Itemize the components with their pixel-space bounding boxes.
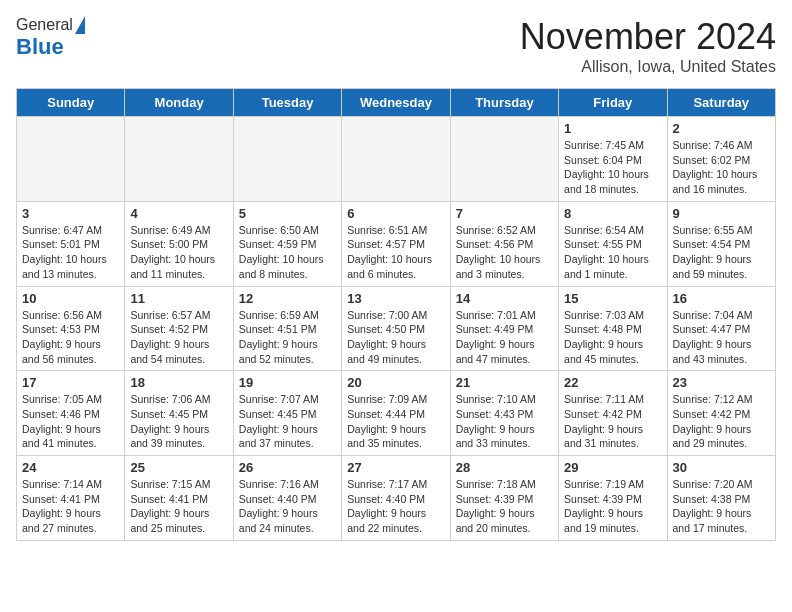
day-info: Sunrise: 6:57 AMSunset: 4:52 PMDaylight:… xyxy=(130,308,227,367)
column-header-wednesday: Wednesday xyxy=(342,89,450,117)
calendar-cell: 16Sunrise: 7:04 AMSunset: 4:47 PMDayligh… xyxy=(667,286,775,371)
calendar-cell: 28Sunrise: 7:18 AMSunset: 4:39 PMDayligh… xyxy=(450,456,558,541)
column-header-thursday: Thursday xyxy=(450,89,558,117)
day-number: 16 xyxy=(673,291,770,306)
calendar-cell: 23Sunrise: 7:12 AMSunset: 4:42 PMDayligh… xyxy=(667,371,775,456)
day-info: Sunrise: 7:09 AMSunset: 4:44 PMDaylight:… xyxy=(347,392,444,451)
day-number: 2 xyxy=(673,121,770,136)
day-number: 17 xyxy=(22,375,119,390)
calendar-cell xyxy=(342,117,450,202)
day-info: Sunrise: 6:52 AMSunset: 4:56 PMDaylight:… xyxy=(456,223,553,282)
logo-triangle-icon xyxy=(75,16,85,34)
day-number: 25 xyxy=(130,460,227,475)
calendar-cell: 15Sunrise: 7:03 AMSunset: 4:48 PMDayligh… xyxy=(559,286,667,371)
day-info: Sunrise: 7:11 AMSunset: 4:42 PMDaylight:… xyxy=(564,392,661,451)
calendar-week-row: 24Sunrise: 7:14 AMSunset: 4:41 PMDayligh… xyxy=(17,456,776,541)
calendar-header-row: SundayMondayTuesdayWednesdayThursdayFrid… xyxy=(17,89,776,117)
calendar-cell: 3Sunrise: 6:47 AMSunset: 5:01 PMDaylight… xyxy=(17,201,125,286)
day-info: Sunrise: 7:15 AMSunset: 4:41 PMDaylight:… xyxy=(130,477,227,536)
day-info: Sunrise: 6:49 AMSunset: 5:00 PMDaylight:… xyxy=(130,223,227,282)
day-info: Sunrise: 7:03 AMSunset: 4:48 PMDaylight:… xyxy=(564,308,661,367)
calendar-week-row: 1Sunrise: 7:45 AMSunset: 6:04 PMDaylight… xyxy=(17,117,776,202)
logo-blue-text: Blue xyxy=(16,34,64,60)
day-number: 18 xyxy=(130,375,227,390)
day-number: 9 xyxy=(673,206,770,221)
calendar-cell: 22Sunrise: 7:11 AMSunset: 4:42 PMDayligh… xyxy=(559,371,667,456)
day-number: 4 xyxy=(130,206,227,221)
calendar-cell: 14Sunrise: 7:01 AMSunset: 4:49 PMDayligh… xyxy=(450,286,558,371)
calendar-cell: 9Sunrise: 6:55 AMSunset: 4:54 PMDaylight… xyxy=(667,201,775,286)
calendar-cell xyxy=(233,117,341,202)
calendar-cell: 8Sunrise: 6:54 AMSunset: 4:55 PMDaylight… xyxy=(559,201,667,286)
day-info: Sunrise: 6:55 AMSunset: 4:54 PMDaylight:… xyxy=(673,223,770,282)
day-number: 23 xyxy=(673,375,770,390)
day-info: Sunrise: 7:14 AMSunset: 4:41 PMDaylight:… xyxy=(22,477,119,536)
calendar-cell: 10Sunrise: 6:56 AMSunset: 4:53 PMDayligh… xyxy=(17,286,125,371)
calendar-cell: 12Sunrise: 6:59 AMSunset: 4:51 PMDayligh… xyxy=(233,286,341,371)
day-info: Sunrise: 6:50 AMSunset: 4:59 PMDaylight:… xyxy=(239,223,336,282)
day-number: 11 xyxy=(130,291,227,306)
day-number: 12 xyxy=(239,291,336,306)
day-number: 22 xyxy=(564,375,661,390)
day-info: Sunrise: 6:54 AMSunset: 4:55 PMDaylight:… xyxy=(564,223,661,282)
column-header-friday: Friday xyxy=(559,89,667,117)
day-number: 24 xyxy=(22,460,119,475)
day-info: Sunrise: 7:00 AMSunset: 4:50 PMDaylight:… xyxy=(347,308,444,367)
column-header-sunday: Sunday xyxy=(17,89,125,117)
calendar-cell: 27Sunrise: 7:17 AMSunset: 4:40 PMDayligh… xyxy=(342,456,450,541)
day-number: 1 xyxy=(564,121,661,136)
column-header-monday: Monday xyxy=(125,89,233,117)
day-info: Sunrise: 7:45 AMSunset: 6:04 PMDaylight:… xyxy=(564,138,661,197)
day-info: Sunrise: 7:12 AMSunset: 4:42 PMDaylight:… xyxy=(673,392,770,451)
day-info: Sunrise: 6:47 AMSunset: 5:01 PMDaylight:… xyxy=(22,223,119,282)
calendar-cell: 30Sunrise: 7:20 AMSunset: 4:38 PMDayligh… xyxy=(667,456,775,541)
day-info: Sunrise: 7:17 AMSunset: 4:40 PMDaylight:… xyxy=(347,477,444,536)
day-number: 30 xyxy=(673,460,770,475)
title-area: November 2024 Allison, Iowa, United Stat… xyxy=(520,16,776,76)
calendar-cell: 25Sunrise: 7:15 AMSunset: 4:41 PMDayligh… xyxy=(125,456,233,541)
calendar-cell xyxy=(450,117,558,202)
day-info: Sunrise: 6:59 AMSunset: 4:51 PMDaylight:… xyxy=(239,308,336,367)
calendar-cell: 1Sunrise: 7:45 AMSunset: 6:04 PMDaylight… xyxy=(559,117,667,202)
day-info: Sunrise: 7:46 AMSunset: 6:02 PMDaylight:… xyxy=(673,138,770,197)
day-number: 14 xyxy=(456,291,553,306)
calendar-cell: 21Sunrise: 7:10 AMSunset: 4:43 PMDayligh… xyxy=(450,371,558,456)
day-number: 19 xyxy=(239,375,336,390)
calendar-week-row: 3Sunrise: 6:47 AMSunset: 5:01 PMDaylight… xyxy=(17,201,776,286)
calendar-cell: 26Sunrise: 7:16 AMSunset: 4:40 PMDayligh… xyxy=(233,456,341,541)
day-number: 7 xyxy=(456,206,553,221)
calendar-cell: 13Sunrise: 7:00 AMSunset: 4:50 PMDayligh… xyxy=(342,286,450,371)
column-header-saturday: Saturday xyxy=(667,89,775,117)
calendar-cell: 17Sunrise: 7:05 AMSunset: 4:46 PMDayligh… xyxy=(17,371,125,456)
day-info: Sunrise: 6:51 AMSunset: 4:57 PMDaylight:… xyxy=(347,223,444,282)
day-number: 10 xyxy=(22,291,119,306)
day-number: 20 xyxy=(347,375,444,390)
day-info: Sunrise: 7:05 AMSunset: 4:46 PMDaylight:… xyxy=(22,392,119,451)
day-info: Sunrise: 7:10 AMSunset: 4:43 PMDaylight:… xyxy=(456,392,553,451)
page-header: General Blue November 2024 Allison, Iowa… xyxy=(16,16,776,76)
day-number: 27 xyxy=(347,460,444,475)
calendar-cell xyxy=(17,117,125,202)
day-number: 5 xyxy=(239,206,336,221)
day-info: Sunrise: 7:06 AMSunset: 4:45 PMDaylight:… xyxy=(130,392,227,451)
calendar-cell: 24Sunrise: 7:14 AMSunset: 4:41 PMDayligh… xyxy=(17,456,125,541)
calendar-cell: 6Sunrise: 6:51 AMSunset: 4:57 PMDaylight… xyxy=(342,201,450,286)
day-number: 28 xyxy=(456,460,553,475)
calendar-cell: 29Sunrise: 7:19 AMSunset: 4:39 PMDayligh… xyxy=(559,456,667,541)
logo-general-text: General xyxy=(16,16,73,34)
month-title: November 2024 xyxy=(520,16,776,58)
day-number: 29 xyxy=(564,460,661,475)
calendar-table: SundayMondayTuesdayWednesdayThursdayFrid… xyxy=(16,88,776,541)
day-number: 3 xyxy=(22,206,119,221)
calendar-cell: 7Sunrise: 6:52 AMSunset: 4:56 PMDaylight… xyxy=(450,201,558,286)
day-info: Sunrise: 7:16 AMSunset: 4:40 PMDaylight:… xyxy=(239,477,336,536)
calendar-cell: 4Sunrise: 6:49 AMSunset: 5:00 PMDaylight… xyxy=(125,201,233,286)
day-info: Sunrise: 6:56 AMSunset: 4:53 PMDaylight:… xyxy=(22,308,119,367)
day-info: Sunrise: 7:07 AMSunset: 4:45 PMDaylight:… xyxy=(239,392,336,451)
calendar-cell: 5Sunrise: 6:50 AMSunset: 4:59 PMDaylight… xyxy=(233,201,341,286)
column-header-tuesday: Tuesday xyxy=(233,89,341,117)
day-info: Sunrise: 7:01 AMSunset: 4:49 PMDaylight:… xyxy=(456,308,553,367)
day-number: 13 xyxy=(347,291,444,306)
day-number: 6 xyxy=(347,206,444,221)
day-number: 8 xyxy=(564,206,661,221)
